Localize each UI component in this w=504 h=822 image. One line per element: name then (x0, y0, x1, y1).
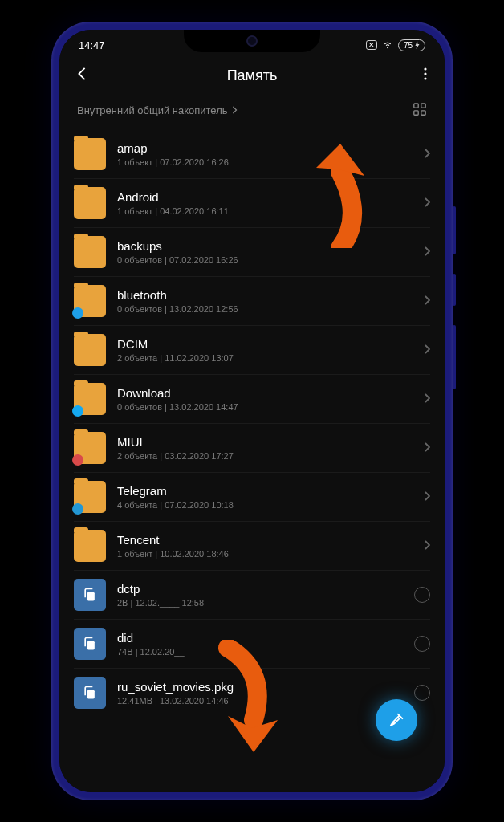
chevron-right-icon (424, 344, 430, 356)
item-name: MIUI (117, 435, 413, 449)
item-name: Android (117, 190, 413, 204)
item-name: amap (117, 141, 413, 155)
folder-icon (74, 334, 106, 366)
folder-row[interactable]: Telegram4 объекта | 07.02.2020 10:18 (74, 473, 430, 522)
svg-rect-9 (87, 690, 95, 699)
chevron-right-icon (424, 539, 430, 552)
file-icon (74, 677, 106, 709)
breadcrumb[interactable]: Внутренний общий накопитель (77, 104, 238, 116)
svg-rect-8 (87, 641, 95, 650)
file-row[interactable]: ru_soviet_movies.pkg12.41MB | 13.02.2020… (74, 669, 430, 717)
folder-icon (74, 432, 106, 464)
folder-badge-icon (72, 307, 83, 319)
folder-icon (74, 383, 106, 415)
item-name: Tencent (117, 533, 413, 547)
folder-icon (74, 187, 106, 219)
status-time: 14:47 (79, 39, 105, 51)
item-name: Telegram (117, 484, 413, 498)
folder-row[interactable]: Tencent1 объект | 10.02.2020 18:46 (74, 522, 430, 571)
clean-fab[interactable] (376, 699, 417, 741)
item-name: bluetooth (117, 288, 413, 302)
folder-icon (74, 481, 106, 513)
folder-row[interactable]: Download0 объектов | 13.02.2020 14:47 (74, 375, 430, 424)
folder-row[interactable]: bluetooth0 объектов | 13.02.2020 12:56 (74, 277, 430, 326)
folder-icon (74, 236, 106, 268)
phone-frame: 14:47 ✕ 75 Память (51, 22, 453, 800)
select-radio[interactable] (414, 587, 430, 603)
item-meta: 0 объектов | 13.02.2020 12:56 (117, 304, 413, 314)
select-radio[interactable] (414, 636, 430, 652)
svg-rect-7 (87, 592, 95, 601)
item-meta: 12.41MB | 13.02.2020 14:46 (117, 696, 403, 706)
item-name: did (117, 631, 403, 645)
chevron-right-icon (424, 393, 430, 405)
chevron-right-icon (424, 295, 430, 307)
breadcrumb-label: Внутренний общий накопитель (77, 104, 228, 116)
item-meta: 2 объекта | 11.02.2020 13:07 (117, 353, 413, 363)
back-button[interactable] (77, 67, 93, 84)
more-button[interactable] (411, 67, 427, 83)
view-grid-button[interactable] (413, 102, 427, 119)
folder-row[interactable]: backups0 объектов | 07.02.2020 16:26 (74, 228, 430, 277)
folder-icon (74, 285, 106, 317)
folder-badge-icon (72, 405, 83, 417)
file-row[interactable]: dctp2B | 12.02.____ 12:58 (74, 571, 430, 620)
item-meta: 4 объекта | 07.02.2020 10:18 (117, 500, 413, 510)
folder-icon (74, 138, 106, 170)
folder-row[interactable]: MIUI2 объекта | 03.02.2020 17:27 (74, 424, 430, 473)
svg-point-0 (424, 67, 426, 70)
folder-row[interactable]: Android1 объект | 04.02.2020 16:11 (74, 179, 430, 228)
folder-badge-icon (72, 454, 83, 466)
item-meta: 2 объекта | 03.02.2020 17:27 (117, 451, 413, 461)
svg-point-2 (424, 77, 426, 79)
file-icon (74, 628, 106, 660)
file-icon (74, 579, 106, 611)
no-sim-icon: ✕ (366, 40, 377, 50)
battery-indicator: 75 (398, 39, 425, 51)
item-meta: 2B | 12.02.____ 12:58 (117, 598, 403, 608)
select-radio[interactable] (414, 685, 430, 701)
folder-row[interactable]: amap1 объект | 07.02.2020 16:26 (74, 130, 430, 179)
item-name: DCIM (117, 337, 413, 351)
chevron-right-icon (424, 148, 430, 161)
folder-row[interactable]: DCIM2 объекта | 11.02.2020 13:07 (74, 326, 430, 375)
item-meta: 74B | 12.02.20__ (117, 647, 403, 657)
item-name: backups (117, 239, 413, 253)
chevron-right-icon (231, 104, 238, 116)
item-name: dctp (117, 582, 403, 596)
chevron-right-icon (424, 442, 430, 454)
chevron-right-icon (424, 246, 430, 258)
svg-rect-5 (414, 111, 418, 115)
folder-icon (74, 530, 106, 562)
svg-point-1 (424, 72, 426, 75)
wifi-icon (382, 39, 393, 52)
item-name: Download (117, 386, 413, 400)
svg-rect-4 (421, 104, 425, 108)
app-header: Память (59, 55, 445, 92)
notch (184, 30, 320, 52)
svg-rect-3 (414, 104, 418, 108)
item-meta: 1 объект | 10.02.2020 18:46 (117, 549, 413, 559)
chevron-right-icon (424, 197, 430, 210)
svg-rect-6 (421, 111, 425, 115)
item-meta: 1 объект | 07.02.2020 16:26 (117, 157, 413, 167)
item-name: ru_soviet_movies.pkg (117, 680, 403, 694)
item-meta: 0 объектов | 13.02.2020 14:47 (117, 402, 413, 412)
file-list: amap1 объект | 07.02.2020 16:26Android1 … (59, 130, 445, 792)
folder-badge-icon (72, 503, 83, 515)
item-meta: 1 объект | 04.02.2020 16:11 (117, 206, 413, 216)
item-meta: 0 объектов | 07.02.2020 16:26 (117, 255, 413, 265)
chevron-right-icon (424, 490, 430, 503)
file-row[interactable]: did74B | 12.02.20__ (74, 620, 430, 669)
page-title: Память (93, 67, 411, 84)
